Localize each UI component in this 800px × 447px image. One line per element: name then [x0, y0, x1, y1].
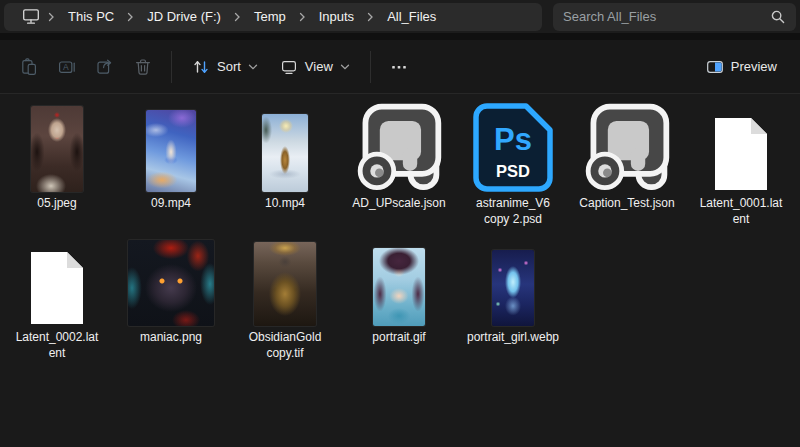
rename-button[interactable]: A [48, 49, 86, 85]
file-item-obsidiangold-tif[interactable]: ObsidianGold copy.tif [228, 232, 342, 366]
thumbnail-box [262, 98, 308, 192]
thumbnail-box [712, 98, 770, 192]
photoshop-psd-icon: Ps PSD [473, 103, 553, 192]
thumbnail-box [351, 98, 447, 192]
command-bar: A [0, 40, 800, 94]
ellipsis-icon [390, 58, 408, 76]
file-item-latent-0001[interactable]: Latent_0001.latent [684, 98, 798, 232]
svg-text:A: A [63, 62, 69, 72]
breadcrumb: This PC JD Drive (F:) Temp Inputs All_Fi… [4, 3, 542, 31]
file-item-maniac-png[interactable]: maniac.png [114, 232, 228, 366]
view-icon [280, 58, 298, 76]
chevron-right-icon [48, 12, 55, 22]
thumbnail-box [146, 98, 196, 192]
file-name: 10.mp4 [265, 195, 305, 211]
view-button[interactable]: View [269, 49, 361, 85]
chevron-right-icon [127, 12, 134, 22]
file-name: portrait.gif [372, 329, 425, 345]
file-name: Caption_Test.json [579, 195, 674, 211]
rename-icon: A [58, 58, 76, 76]
thumbnail-box [579, 98, 675, 192]
file-name: astranime_V6 copy 2.psd [473, 195, 553, 227]
file-item-10-mp4[interactable]: 10.mp4 [228, 98, 342, 232]
breadcrumb-item-all-files[interactable]: All_Files [376, 6, 447, 27]
file-item-05-jpeg[interactable]: 05.jpeg [0, 98, 114, 232]
breadcrumb-item-this-pc[interactable]: This PC [57, 6, 125, 27]
thumbnail-box [254, 232, 316, 326]
chevron-right-icon [367, 12, 374, 22]
toolbar-divider [370, 51, 371, 83]
json-app-icon [351, 98, 447, 192]
breadcrumb-item-temp[interactable]: Temp [243, 6, 297, 27]
image-thumbnail [254, 242, 316, 326]
image-thumbnail [373, 248, 425, 326]
trash-icon [134, 58, 152, 76]
file-name: Latent_0001.latent [697, 195, 785, 227]
thumbnail-box [31, 98, 83, 192]
search-box [553, 3, 796, 31]
paste-icon [20, 58, 38, 76]
file-item-ad-upscale-json[interactable]: AD_UPscale.json [342, 98, 456, 232]
file-name: AD_UPscale.json [352, 195, 445, 211]
delete-button[interactable] [124, 49, 162, 85]
file-name: ObsidianGold copy.tif [240, 329, 330, 361]
sort-label: Sort [217, 59, 241, 74]
share-icon [96, 58, 114, 76]
file-item-portrait-gif[interactable]: portrait.gif [342, 232, 456, 366]
blank-document-icon [712, 116, 770, 192]
preview-toggle-button[interactable]: Preview [695, 49, 788, 85]
video-thumbnail [146, 110, 196, 192]
view-label: View [305, 59, 333, 74]
search-icon[interactable] [770, 9, 786, 25]
thumbnail-box [128, 232, 214, 326]
file-item-astranime-psd[interactable]: Ps PSD astranime_V6 copy 2.psd [456, 98, 570, 232]
sort-icon [192, 58, 210, 76]
file-list: 05.jpeg 09.mp4 10.mp4 [0, 94, 800, 366]
file-name: portrait_girl.webp [467, 329, 559, 345]
chevron-down-icon [248, 64, 258, 70]
file-name: Latent_0002.latent [13, 329, 101, 361]
image-thumbnail [492, 250, 534, 326]
file-item-latent-0002[interactable]: Latent_0002.latent [0, 232, 114, 366]
thumbnail-box: Ps PSD [473, 98, 553, 192]
preview-label: Preview [731, 59, 777, 74]
image-thumbnail [31, 106, 83, 192]
share-button[interactable] [86, 49, 124, 85]
thumbnail-box [28, 232, 86, 326]
sort-button[interactable]: Sort [181, 49, 269, 85]
file-row: Latent_0002.latent maniac.png ObsidianGo… [0, 232, 800, 366]
thumbnail-box [373, 232, 425, 326]
chevron-right-icon [299, 12, 306, 22]
blank-document-icon [28, 250, 86, 326]
preview-pane-icon [706, 58, 724, 76]
search-input[interactable] [563, 9, 770, 24]
file-row: 05.jpeg 09.mp4 10.mp4 [0, 98, 800, 232]
file-item-09-mp4[interactable]: 09.mp4 [114, 98, 228, 232]
breadcrumb-item-inputs[interactable]: Inputs [308, 6, 365, 27]
file-item-caption-test-json[interactable]: Caption_Test.json [570, 98, 684, 232]
image-thumbnail [128, 240, 214, 326]
file-name: 09.mp4 [151, 195, 191, 211]
json-app-icon [579, 98, 675, 192]
chevron-down-icon [340, 64, 350, 70]
file-name: 05.jpeg [37, 195, 76, 211]
thumbnail-box [492, 232, 534, 326]
breadcrumb-item-jd-drive[interactable]: JD Drive (F:) [136, 6, 232, 27]
address-toolbar: This PC JD Drive (F:) Temp Inputs All_Fi… [0, 0, 800, 33]
video-thumbnail [262, 114, 308, 192]
file-name: maniac.png [140, 329, 202, 345]
paste-button[interactable] [10, 49, 48, 85]
monitor-icon [22, 8, 40, 25]
svg-text:PSD: PSD [496, 162, 530, 180]
window-seam [0, 33, 800, 40]
chevron-right-icon [234, 12, 241, 22]
svg-text:Ps: Ps [494, 122, 532, 157]
file-item-portrait-girl-webp[interactable]: portrait_girl.webp [456, 232, 570, 366]
more-options-button[interactable] [380, 49, 418, 85]
toolbar-divider [171, 51, 172, 83]
